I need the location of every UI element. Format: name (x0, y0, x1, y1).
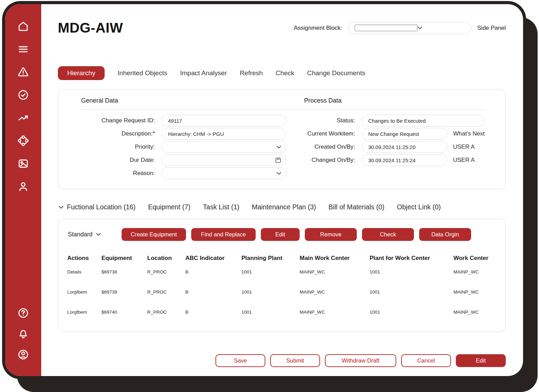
change-request-id-field[interactable] (161, 115, 286, 127)
stab-equipment[interactable]: Equipment (7) (148, 203, 190, 211)
reason-label: Reason: (58, 170, 161, 177)
dur-date-field[interactable] (161, 154, 286, 166)
cell-equipment: $69740 (101, 310, 147, 315)
user-icon[interactable] (17, 180, 29, 193)
form-row: Reason: (58, 167, 304, 180)
cell-abc-indicator: B (185, 289, 241, 295)
save-button[interactable]: Save (215, 354, 265, 367)
changed-on-by-label: Changed On/By: (304, 157, 362, 164)
bell-icon[interactable] (17, 328, 29, 340)
assignment-block-value[interactable] (355, 25, 417, 31)
general-data-column: Change Request ID: Description:* Priorit… (58, 114, 304, 180)
dur-date-input[interactable] (168, 157, 275, 163)
menu-icon[interactable] (17, 43, 29, 55)
cell-planning-plant: 1001 (241, 289, 300, 295)
stab-functional-location[interactable]: Fuctional Location (16) (59, 203, 135, 211)
alert-triangle-icon[interactable] (17, 66, 29, 78)
chevron-down-icon (276, 172, 281, 175)
account-circle-icon[interactable] (17, 348, 29, 361)
submit-button[interactable]: Submit (270, 354, 320, 367)
image-icon[interactable] (17, 157, 29, 170)
remove-button[interactable]: Remove (305, 228, 357, 241)
col-main-work-center: Main Work Center (300, 255, 370, 262)
tab-refresh[interactable]: Refresh (240, 69, 263, 77)
form-row: Priority: (58, 140, 304, 154)
chevron-down-icon (417, 26, 422, 29)
main-content: MDG-AIW Assignment Block: Side Panel Hie… (41, 4, 523, 376)
assignment-block-select[interactable] (348, 22, 471, 34)
row-action-link[interactable]: Lorgfbem (67, 310, 101, 315)
help-circle-icon[interactable] (17, 307, 29, 319)
cell-planning-plant: 1001 (241, 269, 300, 275)
chevron-down-icon (96, 233, 101, 236)
check-circle-icon[interactable] (17, 89, 29, 101)
edit-button[interactable]: Edit (261, 228, 300, 241)
cell-location: R_PROC (147, 269, 185, 275)
hub-icon[interactable] (17, 134, 29, 147)
create-equipment-button[interactable]: Create Equipment (122, 228, 186, 241)
find-and-replace-button[interactable]: Find and Replace (191, 228, 256, 241)
tab-check[interactable]: Check (276, 69, 294, 77)
tab-change-documents[interactable]: Change Documents (307, 69, 365, 77)
panel-body: Change Request ID: Description:* Priorit… (58, 110, 505, 180)
cell-location: R_PROC (147, 310, 185, 315)
view-selector[interactable]: Standard (67, 231, 101, 238)
current-workitem-value (368, 131, 442, 137)
side-panel-toggle[interactable]: Side Panel (477, 25, 506, 32)
cell-abc-indicator: B (185, 269, 241, 275)
calendar-icon[interactable] (275, 157, 281, 163)
description-input[interactable] (168, 131, 281, 137)
home-icon[interactable] (17, 20, 29, 33)
trending-up-icon[interactable] (17, 112, 29, 124)
assignment-block-label: Assignment Block: (294, 25, 342, 32)
cancel-button[interactable]: Cancel (401, 354, 451, 367)
data-origin-button[interactable]: Data Orgin (419, 228, 471, 241)
cell-plant-for-work-center: 1001 (370, 310, 453, 315)
sidebar (5, 4, 41, 376)
col-plant-for-work-center: Plant for Work Center (370, 255, 453, 262)
check-button[interactable]: Check (362, 228, 414, 241)
change-request-id-input[interactable] (168, 118, 281, 124)
table-header: Actions Equipment Location ABC Indicator… (67, 255, 496, 262)
cell-location: R_PROC (147, 289, 185, 295)
created-on-by-label: Created On/By: (304, 143, 362, 150)
row-action-link[interactable]: Details (67, 269, 101, 275)
process-data-title: Process Data (304, 97, 342, 104)
created-on-by-field (362, 141, 447, 153)
tab-impact-analyser[interactable]: Impact Analyser (180, 69, 227, 77)
stab-bill-of-materials[interactable]: Bill of Materials (0) (328, 203, 384, 211)
cell-main-work-center: MAINP_WC (300, 310, 370, 315)
col-location: Location (147, 255, 185, 262)
process-data-column: Status: Current Workitem: What's Next (304, 114, 505, 180)
assignment-block-group: Assignment Block: Side Panel (294, 22, 506, 34)
col-equipment: Equipment (101, 255, 147, 262)
whats-next-link[interactable]: What's Next (453, 130, 485, 137)
description-label: Description:* (58, 130, 161, 137)
app-window: MDG-AIW Assignment Block: Side Panel Hie… (5, 4, 523, 376)
current-workitem-field (362, 128, 447, 140)
priority-value[interactable] (168, 144, 276, 150)
footer-edit-button[interactable]: Edit (456, 354, 506, 367)
description-field[interactable] (161, 128, 286, 140)
row-action-link[interactable]: Lorgfbem (67, 289, 101, 295)
current-workitem-label: Current Workitem: (304, 130, 362, 137)
stab-object-link[interactable]: Object Link (0) (397, 203, 441, 211)
form-row: Created On/By: USER A (304, 140, 505, 154)
cell-equipment: $69738 (101, 269, 147, 275)
reason-select[interactable] (161, 167, 286, 179)
form-row: Dur Date: (58, 154, 304, 167)
view-selector-label: Standard (68, 231, 92, 238)
stab-maintenance-plan[interactable]: Maintenance Plan (3) (252, 203, 316, 211)
stab-task-list[interactable]: Task List (1) (203, 203, 239, 211)
cell-equipment: $69739 (101, 289, 147, 295)
col-planning-plant: Planning Plant (241, 255, 300, 262)
created-by-user: USER A (453, 143, 475, 150)
status-label: Status: (304, 117, 362, 124)
reason-value[interactable] (168, 171, 276, 176)
tab-inherited-objects[interactable]: Inherited Objects (117, 69, 167, 77)
change-request-id-label: Change Request ID: (58, 117, 161, 124)
footer-actions: Save Submit Withdraw Draft Cancel Edit (58, 354, 506, 367)
tab-hierarchy[interactable]: Hierarchy (58, 66, 105, 80)
withdraw-draft-button[interactable]: Withdraw Draft (325, 354, 396, 367)
priority-select[interactable] (161, 141, 286, 153)
